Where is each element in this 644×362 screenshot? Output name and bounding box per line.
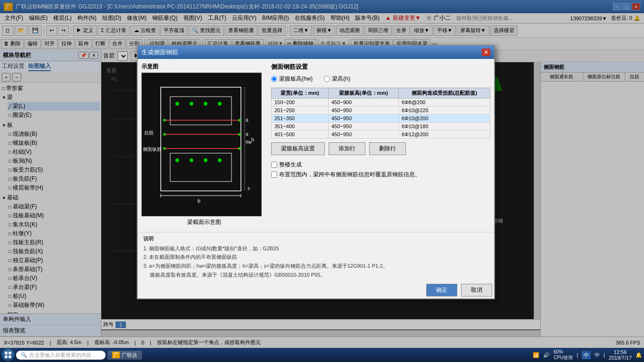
taskbar-search[interactable]: 🔍 在这里输入你要搜索的内容 (16, 351, 106, 360)
notes-title: 说明 (143, 234, 488, 243)
settings-section: 侧面钢筋设置 梁腹板高(hw) 梁高(h) (271, 63, 490, 228)
ok-button[interactable]: 确定 (426, 284, 457, 296)
dialog-body: 示意图 (138, 59, 494, 232)
generate-side-rebar-dialog: 生成侧面钢筋 ✕ 示意图 (137, 45, 495, 299)
svg-rect-33 (170, 97, 231, 125)
cb-override-input[interactable] (271, 172, 277, 178)
table-row[interactable]: 201~250 450~950 6Φ10@220 (272, 107, 490, 115)
svg-point-41 (204, 158, 207, 162)
add-row-btn[interactable]: 添加行 (329, 142, 365, 155)
svg-point-42 (218, 158, 222, 162)
tray-time: 12:56 (609, 349, 632, 355)
tray-datetime: 12:56 2018/7/17 (609, 349, 632, 361)
cancel-button[interactable]: 取消 (461, 284, 492, 296)
cell-height-3[interactable]: 450~950 (328, 115, 398, 123)
beam-diagram-canvas: a a hw h 拉筋 侧面纵筋 b (141, 73, 262, 216)
cell-width-4[interactable]: 351~400 (272, 123, 329, 131)
radio-h-input[interactable] (324, 76, 330, 82)
table-actions: 梁腹板高设置 添加行 删除行 (271, 142, 490, 155)
diagram-section: 示意图 (141, 63, 266, 228)
task-label-glide: 广联达 (122, 352, 137, 359)
diagram-caption: 梁截面示意图 (141, 216, 266, 228)
svg-rect-64 (5, 352, 8, 354)
cell-width-5[interactable]: 401~500 (272, 131, 329, 139)
task-button-glide[interactable]: 广 广联达 (107, 351, 142, 360)
svg-point-39 (175, 158, 179, 162)
cell-width-2[interactable]: 201~250 (272, 107, 329, 115)
note-1: 1. 侧面钢筋输入格式：(G或N)数量*级别*直径，如：G2B25 (143, 244, 488, 253)
table-row[interactable]: 351~400 450~950 6Φ10@180 (272, 123, 490, 131)
cell-width-3[interactable]: 251~350 (272, 115, 329, 123)
svg-rect-67 (8, 355, 11, 358)
dialog-overlay: 生成侧面钢筋 ✕ 示意图 (0, 0, 644, 348)
table-row[interactable]: 401~500 450~950 6Φ12@200 (272, 131, 490, 139)
radio-group: 梁腹板高(hw) 梁高(h) (271, 75, 490, 83)
rebar-config-table: 梁宽(单位：mm) 梁腹板高(单位：mm) 侧面构造或受扭筋(总配筋值) 150… (271, 88, 490, 139)
tray-separator2: | (603, 352, 605, 358)
checkbox-override[interactable]: 布置范围内，梁跨中有侧面钢筋信息时覆盖原钢筋信息。 (271, 171, 490, 179)
tray-ime-status[interactable]: 中 (594, 352, 600, 359)
svg-rect-65 (8, 352, 11, 354)
cell-height-1[interactable]: 450~900 (328, 99, 398, 107)
tray-separator: | (577, 352, 578, 358)
cell-height-4[interactable]: 450~950 (328, 123, 398, 131)
radio-hw[interactable]: 梁腹板高(hw) (271, 75, 313, 83)
cb-whole-building-input[interactable] (271, 162, 277, 168)
tray-notification-icon[interactable]: 🔔 (636, 352, 642, 358)
cell-width-1[interactable]: 150~200 (272, 99, 329, 107)
radio-h-label: 梁高(h) (332, 75, 350, 83)
tray-icon-volume: 🔊 (543, 352, 550, 358)
table-row[interactable]: 150~200 450~900 6Φ8@200 (272, 99, 490, 107)
dialog-close-btn[interactable]: ✕ (482, 49, 490, 56)
cb-whole-building-label: 整楼生成 (279, 161, 302, 169)
radio-h[interactable]: 梁高(h) (324, 75, 350, 83)
search-icon: 🔍 (21, 352, 27, 358)
del-row-btn[interactable]: 删除行 (369, 142, 406, 155)
svg-text:h: h (251, 137, 254, 142)
cb-override-label: 布置范围内，梁跨中有侧面钢筋信息时覆盖原钢筋信息。 (279, 171, 421, 179)
table-row[interactable]: 251~350 450~950 6Φ10@200 (272, 115, 490, 123)
dialog-footer: 确定 取消 (138, 282, 494, 298)
cell-rebar-2[interactable]: 6Φ10@220 (398, 107, 490, 115)
col-web-height: 梁腹板高(单位：mm) (328, 88, 398, 99)
settings-title: 侧面钢筋设置 (271, 63, 490, 71)
svg-point-40 (190, 158, 193, 162)
svg-point-36 (190, 102, 193, 106)
radio-hw-input[interactable] (271, 76, 277, 82)
cell-height-5[interactable]: 450~950 (328, 131, 398, 139)
checkbox-whole-building[interactable]: 整楼生成 (271, 161, 490, 169)
web-height-setting-btn[interactable]: 梁腹板高设置 (271, 142, 325, 155)
col-side-rebar: 侧面构造或受扭筋(总配筋值) (398, 88, 490, 99)
start-button[interactable] (2, 349, 14, 361)
svg-text:a: a (246, 132, 248, 137)
note-3: 3. a=为侧面钢筋间距；hw=梁的腹板高度；h=梁高；s=梁的纵向钢筋合力点距… (143, 262, 488, 271)
cell-rebar-3[interactable]: 6Φ10@200 (398, 115, 490, 123)
dialog-title-bar: 生成侧面钢筋 ✕ (138, 46, 494, 59)
svg-text:a: a (246, 117, 248, 123)
dialog-title-text: 生成侧面钢筋 (141, 48, 178, 57)
note-4: 腹板高度取有效高度。来源于《混凝土结构设计规范》GB50010-2010 P55… (143, 271, 488, 280)
task-icon-glide: 广 (112, 352, 120, 358)
tray-ime-lang[interactable]: 中 (582, 351, 591, 359)
col-beam-width: 梁宽(单位：mm) (272, 88, 329, 99)
diagram-label: 示意图 (141, 63, 266, 71)
svg-point-38 (218, 102, 222, 106)
system-tray: 📶 🔊 60% CPU使用 | 中 中 | 12:56 2018/7/17 🔔 (533, 349, 642, 361)
notes-section: 说明 1. 侧面钢筋输入格式：(G或N)数量*级别*直径，如：G2B25 2. … (138, 232, 494, 282)
cell-rebar-5[interactable]: 6Φ12@200 (398, 131, 490, 139)
tray-cpu-usage: 60% CPU使用 (553, 349, 573, 361)
cell-rebar-4[interactable]: 6Φ10@180 (398, 123, 490, 131)
tray-date: 2018/7/17 (609, 355, 632, 361)
svg-point-35 (175, 102, 179, 106)
svg-text:拉筋: 拉筋 (144, 130, 154, 135)
beam-diagram-svg: a a hw h 拉筋 侧面纵筋 b (142, 73, 262, 217)
taskbar: 🔍 在这里输入你要搜索的内容 广 广联达 📶 🔊 60% CPU使用 | 中 中… (0, 348, 644, 362)
cell-rebar-1[interactable]: 6Φ8@200 (398, 99, 490, 107)
svg-point-37 (204, 102, 207, 106)
cell-height-2[interactable]: 450~950 (328, 107, 398, 115)
note-2: 2. 未在截面限制条件内的不布置侧面纵筋 (143, 253, 488, 262)
search-placeholder-text: 在这里输入你要搜索的内容 (29, 352, 91, 359)
radio-hw-label: 梁腹板高(hw) (279, 75, 313, 83)
svg-text:侧面纵筋: 侧面纵筋 (143, 147, 162, 152)
tray-icon-network: 📶 (533, 352, 539, 358)
